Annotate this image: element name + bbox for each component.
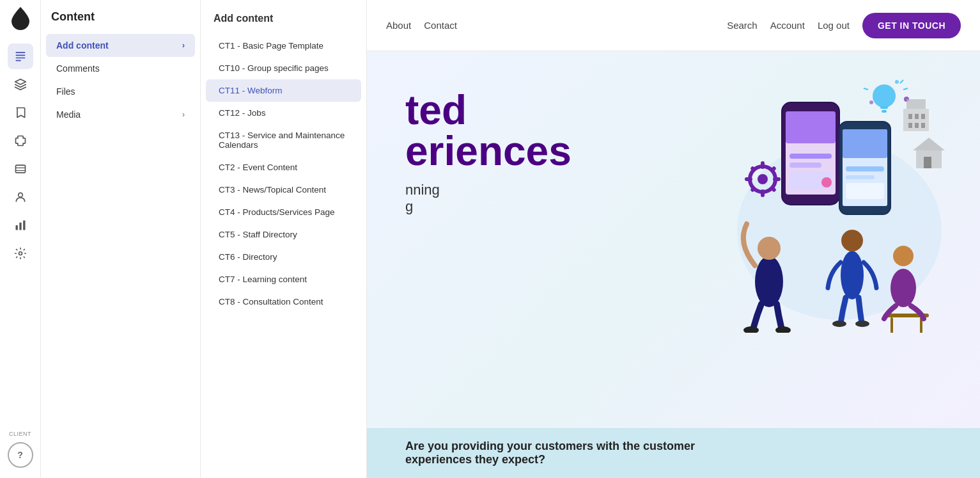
- ct4-item[interactable]: CT4 - Products/Services Page: [206, 201, 361, 223]
- search-link[interactable]: Search: [727, 20, 758, 31]
- ct1-item[interactable]: CT1 - Basic Page Template: [206, 35, 361, 57]
- hero-content: ted eriences nning g: [367, 51, 980, 228]
- hero-subtitle-line2: g: [405, 198, 942, 215]
- main-area: About Contact Search Account Log out GET…: [367, 0, 980, 478]
- svg-rect-3: [15, 60, 20, 61]
- svg-rect-8: [15, 225, 17, 230]
- svg-rect-9: [19, 223, 21, 230]
- svg-rect-10: [23, 221, 25, 230]
- person-nav-icon[interactable]: [8, 184, 33, 210]
- svg-point-48: [775, 326, 791, 333]
- top-nav: About Contact Search Account Log out GET…: [367, 0, 980, 51]
- about-link[interactable]: About: [386, 20, 411, 31]
- client-label: CLIENT: [9, 431, 31, 437]
- hero-title-line1: ted: [405, 90, 942, 131]
- hero-title-line2: eriences: [405, 131, 942, 171]
- ct11-item[interactable]: CT11 - Webform: [206, 79, 361, 102]
- puzzle-nav-icon[interactable]: [8, 128, 33, 154]
- svg-rect-56: [891, 317, 893, 333]
- contact-link[interactable]: Contact: [424, 20, 457, 31]
- svg-rect-4: [15, 165, 25, 173]
- chevron-right-icon-media: ›: [182, 110, 185, 119]
- chart-nav-icon[interactable]: [8, 212, 33, 238]
- ct6-item[interactable]: CT6 - Directory: [206, 246, 361, 268]
- svg-point-53: [893, 246, 914, 266]
- sidebar-item-comments[interactable]: Comments: [46, 57, 195, 80]
- sidebar-title: Content: [41, 10, 200, 34]
- bookmark-nav-icon[interactable]: [8, 100, 33, 125]
- svg-point-45: [755, 256, 783, 307]
- hero-title: ted eriences: [405, 90, 942, 171]
- svg-point-49: [841, 251, 864, 299]
- settings-nav-icon[interactable]: [8, 241, 33, 266]
- ct5-item[interactable]: CT5 - Staff Directory: [206, 223, 361, 246]
- sidebar-item-media[interactable]: Media ›: [46, 103, 195, 126]
- account-link[interactable]: Account: [770, 20, 805, 31]
- dropdown-header: Add content: [201, 5, 366, 35]
- icon-sidebar: CLIENT ?: [0, 0, 41, 478]
- sidebar-bottom: CLIENT ?: [8, 431, 33, 470]
- list-nav-icon[interactable]: [8, 156, 33, 182]
- svg-point-52: [855, 321, 869, 327]
- sidebar-item-comments-label: Comments: [56, 63, 100, 74]
- app-logo: [9, 8, 32, 31]
- svg-rect-2: [15, 58, 25, 59]
- nav-actions: Search Account Log out GET IN TOUCH: [727, 13, 961, 38]
- svg-point-50: [841, 230, 863, 251]
- svg-point-11: [19, 252, 22, 255]
- bottom-section: Are you providing your customers with th…: [367, 428, 980, 478]
- bottom-text-line1: Are you providing your customers with th…: [405, 440, 942, 453]
- sidebar-item-add-content-label: Add content: [56, 40, 109, 51]
- content-nav-icon[interactable]: [8, 44, 33, 69]
- bottom-text-line2: experiences they expect?: [405, 453, 942, 466]
- dropdown-panel: Add content CT1 - Basic Page Template CT…: [201, 0, 367, 478]
- content-sidebar: Content Add content › Comments Files Med…: [41, 0, 201, 478]
- svg-rect-0: [15, 52, 25, 53]
- chevron-right-icon: ›: [182, 41, 185, 50]
- ct3-item[interactable]: CT3 - News/Topical Content: [206, 179, 361, 201]
- hero-subtitle-line1: nning: [405, 182, 942, 198]
- logout-link[interactable]: Log out: [818, 20, 850, 31]
- svg-point-7: [18, 193, 22, 197]
- svg-point-54: [891, 269, 916, 307]
- ct2-item[interactable]: CT2 - Event Content: [206, 156, 361, 179]
- ct13-item[interactable]: CT13 - Service and Maintenance Calendars: [206, 124, 361, 156]
- hero-section: ted eriences nning g: [367, 51, 980, 478]
- svg-point-51: [832, 321, 846, 327]
- ct8-item[interactable]: CT8 - Consultation Content: [206, 291, 361, 313]
- svg-point-46: [758, 237, 781, 260]
- help-icon-btn[interactable]: ?: [8, 442, 33, 468]
- layers-nav-icon[interactable]: [8, 72, 33, 97]
- get-in-touch-button[interactable]: GET IN TOUCH: [862, 13, 961, 38]
- ct7-item[interactable]: CT7 - Learning content: [206, 268, 361, 291]
- sidebar-item-files-label: Files: [56, 86, 75, 97]
- sidebar-item-files[interactable]: Files: [46, 80, 195, 103]
- sidebar-item-add-content[interactable]: Add content ›: [46, 34, 195, 57]
- nav-links: About Contact: [386, 20, 457, 31]
- svg-rect-1: [15, 55, 25, 56]
- ct10-item[interactable]: CT10 - Group specific pages: [206, 57, 361, 79]
- sidebar-item-media-label: Media: [56, 109, 81, 120]
- ct12-item[interactable]: CT12 - Jobs: [206, 102, 361, 124]
